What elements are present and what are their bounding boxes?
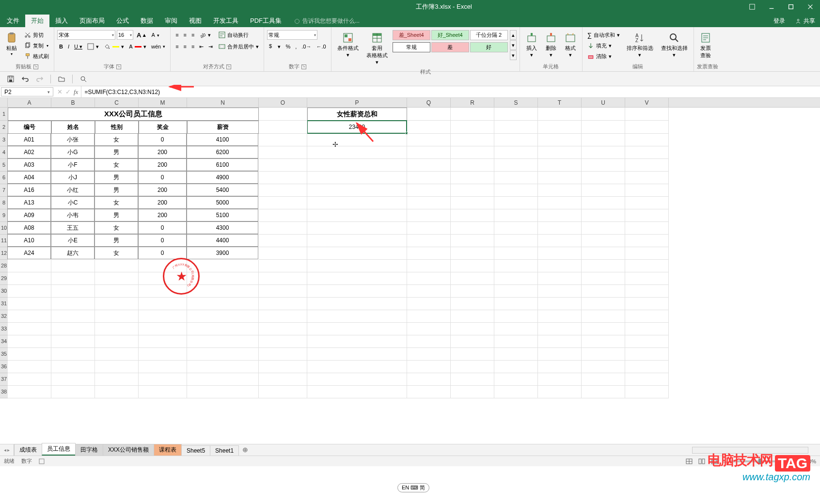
table-cell[interactable]: A09: [7, 209, 51, 221]
decrease-font-icon[interactable]: A▾: [149, 30, 161, 40]
percent-button[interactable]: %: [284, 42, 292, 51]
cell[interactable]: [451, 235, 494, 247]
cell[interactable]: [494, 172, 538, 184]
cell[interactable]: [451, 285, 494, 298]
formula-input[interactable]: =SUMIF(C3:C12,C3,N3:N12): [81, 86, 820, 97]
col-header[interactable]: M: [139, 98, 187, 107]
cell[interactable]: [494, 272, 538, 285]
table-cell[interactable]: 5100: [187, 209, 258, 221]
font-launcher[interactable]: [116, 64, 121, 69]
row-header[interactable]: 8: [0, 197, 8, 209]
row-header[interactable]: 9: [0, 209, 8, 222]
style-normal[interactable]: 常规: [393, 42, 430, 52]
table-cell[interactable]: 200: [138, 158, 187, 171]
cell[interactable]: [8, 298, 51, 310]
table-cell[interactable]: 女: [95, 221, 138, 234]
cell[interactable]: [494, 348, 538, 361]
cell[interactable]: [307, 373, 407, 386]
cell[interactable]: [259, 247, 307, 260]
clipboard-launcher[interactable]: [33, 64, 38, 69]
style-gallery-down[interactable]: ▾: [510, 40, 517, 50]
cell[interactable]: [8, 260, 51, 272]
cell[interactable]: [307, 222, 407, 235]
table-cell[interactable]: 0: [138, 221, 187, 234]
autosum-button[interactable]: ∑自动求和 ▾: [585, 30, 622, 40]
cell[interactable]: [8, 348, 51, 361]
tell-me[interactable]: 告诉我您想要做什么...: [292, 15, 362, 27]
table-cell[interactable]: 小E: [51, 234, 95, 247]
cell[interactable]: [582, 373, 625, 386]
cell[interactable]: [259, 146, 307, 159]
cell[interactable]: [187, 335, 259, 348]
cell[interactable]: [51, 285, 95, 298]
cell[interactable]: [259, 373, 307, 386]
col-header[interactable]: O: [259, 98, 307, 107]
save-icon[interactable]: [7, 75, 15, 83]
tab-data[interactable]: 数据: [135, 15, 159, 27]
col-header[interactable]: P: [307, 98, 407, 107]
cut-button[interactable]: 剪切: [22, 30, 51, 40]
cell[interactable]: [538, 285, 582, 298]
cell[interactable]: [259, 272, 307, 285]
data-header[interactable]: 性别: [95, 121, 139, 134]
conditional-format-button[interactable]: 条件格式▾: [334, 30, 362, 60]
table-cell[interactable]: 4100: [187, 133, 258, 146]
cell[interactable]: [451, 121, 494, 134]
cell[interactable]: [451, 172, 494, 184]
cell[interactable]: [407, 121, 451, 134]
format-cells-button[interactable]: 格式▾: [562, 30, 579, 60]
row-header[interactable]: 33: [0, 323, 8, 335]
col-header[interactable]: U: [582, 98, 625, 107]
col-header[interactable]: T: [538, 98, 582, 107]
table-cell[interactable]: 小C: [51, 196, 95, 209]
col-header[interactable]: V: [625, 98, 669, 107]
row-header[interactable]: 38: [0, 386, 8, 398]
cell[interactable]: [139, 386, 187, 398]
row-header[interactable]: 12: [0, 247, 8, 260]
row-header[interactable]: 35: [0, 348, 8, 361]
cell[interactable]: [625, 235, 669, 247]
table-cell[interactable]: A16: [7, 184, 51, 196]
table-cell[interactable]: 男: [95, 146, 138, 158]
cell[interactable]: [307, 298, 407, 310]
cell[interactable]: [538, 348, 582, 361]
cell[interactable]: [582, 222, 625, 235]
row-header[interactable]: 11: [0, 235, 8, 247]
phonetic-button[interactable]: wén▾: [149, 42, 167, 51]
cell[interactable]: [582, 272, 625, 285]
cell[interactable]: [407, 310, 451, 323]
cell[interactable]: [625, 323, 669, 335]
cell[interactable]: [538, 361, 582, 373]
cell[interactable]: [259, 172, 307, 184]
share-button[interactable]: 共享: [790, 15, 820, 27]
data-header[interactable]: 编号: [8, 121, 51, 134]
sheet-tab[interactable]: 成绩表: [14, 444, 42, 456]
cell[interactable]: [407, 323, 451, 335]
table-cell[interactable]: 200: [138, 209, 187, 221]
cell[interactable]: [625, 159, 669, 172]
cell[interactable]: [259, 108, 307, 121]
table-cell[interactable]: 5000: [187, 196, 258, 209]
table-cell[interactable]: A02: [7, 146, 51, 158]
row-header[interactable]: 7: [0, 184, 8, 197]
table-cell[interactable]: 女: [95, 158, 138, 171]
cell[interactable]: [307, 285, 407, 298]
cell[interactable]: [538, 310, 582, 323]
cell[interactable]: [538, 247, 582, 260]
increase-decimal-button[interactable]: .0→: [300, 42, 313, 51]
cell[interactable]: [139, 373, 187, 386]
cell[interactable]: [259, 310, 307, 323]
cell[interactable]: [187, 361, 259, 373]
comma-button[interactable]: ,: [293, 42, 299, 51]
cell[interactable]: [538, 108, 582, 121]
cell[interactable]: [494, 310, 538, 323]
cell[interactable]: [538, 159, 582, 172]
cell[interactable]: [582, 235, 625, 247]
table-cell[interactable]: 200: [138, 196, 187, 209]
cell[interactable]: [407, 335, 451, 348]
table-cell[interactable]: 5400: [187, 184, 258, 196]
cell[interactable]: [259, 348, 307, 361]
enter-formula-icon[interactable]: ✓: [65, 88, 71, 95]
format-as-table-button[interactable]: 套用 表格格式▾: [363, 30, 391, 67]
cell[interactable]: [538, 209, 582, 222]
